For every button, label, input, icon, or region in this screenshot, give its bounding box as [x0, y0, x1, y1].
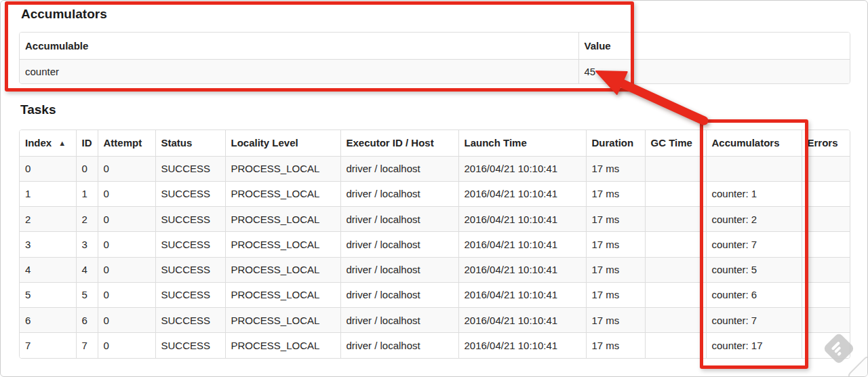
table-cell: [645, 181, 706, 206]
table-cell: 4: [76, 257, 98, 282]
table-cell: counter: 7: [706, 232, 802, 257]
column-header-label: Launch Time: [465, 137, 527, 148]
tasks-table-container: Index▲IDAttemptStatusLocality LevelExecu…: [19, 130, 850, 359]
column-header-status[interactable]: Status: [155, 130, 225, 156]
column-header-label: Accumulators: [712, 137, 780, 148]
table-cell: 0: [98, 282, 155, 307]
table-cell: 17 ms: [586, 308, 645, 333]
column-header-label: Index: [25, 137, 52, 148]
tasks-section-heading: Tasks: [20, 102, 56, 117]
tasks-header-row: Index▲IDAttemptStatusLocality LevelExecu…: [20, 130, 850, 156]
table-cell: PROCESS_LOCAL: [225, 207, 340, 232]
column-header-gc-time[interactable]: GC Time: [645, 130, 706, 156]
table-cell: 7: [20, 333, 76, 358]
table-cell: [802, 156, 850, 181]
table-cell: counter: [20, 59, 578, 83]
table-cell: 2016/04/21 10:10:41: [458, 308, 586, 333]
column-header-value[interactable]: Value: [578, 33, 850, 59]
column-header-label: Duration: [592, 137, 634, 148]
table-cell: driver / localhost: [340, 232, 458, 257]
column-header-label: Executor ID / Host: [347, 137, 434, 148]
table-cell: PROCESS_LOCAL: [225, 232, 340, 257]
table-cell: [802, 181, 850, 206]
column-header-launch-time[interactable]: Launch Time: [458, 130, 586, 156]
table-cell: 0: [98, 333, 155, 358]
column-header-label: Locality Level: [231, 137, 298, 148]
table-cell: 2: [76, 207, 98, 232]
table-cell: driver / localhost: [340, 181, 458, 206]
table-cell: 2016/04/21 10:10:41: [458, 156, 586, 181]
table-cell: 0: [98, 207, 155, 232]
table-cell: counter: 5: [706, 257, 802, 282]
table-cell: [802, 308, 850, 333]
column-header-label: Errors: [808, 137, 838, 148]
table-row: 330SUCCESSPROCESS_LOCALdriver / localhos…: [20, 232, 850, 257]
table-cell: [802, 257, 850, 282]
column-header-accumulable[interactable]: Accumulable: [20, 33, 578, 59]
table-cell: counter: 2: [706, 207, 802, 232]
table-cell: counter: 6: [706, 282, 802, 307]
table-cell: 0: [98, 232, 155, 257]
column-header-label: Status: [161, 137, 193, 148]
table-row: 550SUCCESSPROCESS_LOCALdriver / localhos…: [20, 282, 850, 307]
table-cell: 2016/04/21 10:10:41: [458, 232, 586, 257]
table-cell: 2016/04/21 10:10:41: [458, 257, 586, 282]
column-header-executor-id-host[interactable]: Executor ID / Host: [340, 130, 458, 156]
column-header-label: Attempt: [104, 137, 142, 148]
browser-viewport: Accumulators AccumulableValue counter45 …: [0, 0, 868, 377]
accumulable-table-container: AccumulableValue counter45: [19, 32, 850, 84]
table-row: 000SUCCESSPROCESS_LOCALdriver / localhos…: [20, 156, 850, 181]
column-header-errors[interactable]: Errors: [802, 130, 850, 156]
table-cell: SUCCESS: [155, 232, 225, 257]
column-header-label: Value: [585, 40, 611, 52]
table-cell: driver / localhost: [340, 282, 458, 307]
table-cell: 17 ms: [586, 181, 645, 206]
table-cell: counter: 17: [706, 333, 802, 358]
table-cell: 2016/04/21 10:10:41: [458, 282, 586, 307]
table-cell: [802, 232, 850, 257]
table-cell: 4: [20, 257, 76, 282]
table-cell: SUCCESS: [155, 156, 225, 181]
accumulable-header-row: AccumulableValue: [20, 33, 850, 59]
accumulable-table: AccumulableValue counter45: [20, 33, 850, 83]
table-cell: PROCESS_LOCAL: [225, 308, 340, 333]
table-cell: [645, 207, 706, 232]
table-cell: PROCESS_LOCAL: [225, 333, 340, 358]
column-header-label: GC Time: [651, 137, 692, 148]
table-cell: PROCESS_LOCAL: [225, 181, 340, 206]
table-cell: [645, 156, 706, 181]
table-row: 220SUCCESSPROCESS_LOCALdriver / localhos…: [20, 207, 850, 232]
column-header-locality-level[interactable]: Locality Level: [225, 130, 340, 156]
table-cell: [645, 232, 706, 257]
table-cell: driver / localhost: [340, 156, 458, 181]
table-cell: 5: [20, 282, 76, 307]
table-cell: 17 ms: [586, 282, 645, 307]
column-header-attempt[interactable]: Attempt: [98, 130, 155, 156]
table-cell: 0: [98, 257, 155, 282]
table-cell: 17 ms: [586, 232, 645, 257]
table-cell: 17 ms: [586, 257, 645, 282]
table-cell: PROCESS_LOCAL: [225, 156, 340, 181]
column-header-duration[interactable]: Duration: [586, 130, 645, 156]
table-cell: 2016/04/21 10:10:41: [458, 181, 586, 206]
column-header-accumulators[interactable]: Accumulators: [706, 130, 802, 156]
table-cell: SUCCESS: [155, 181, 225, 206]
table-cell: SUCCESS: [155, 207, 225, 232]
column-header-label: ID: [82, 137, 92, 148]
table-cell: PROCESS_LOCAL: [225, 257, 340, 282]
table-cell: 6: [20, 308, 76, 333]
table-cell: driver / localhost: [340, 257, 458, 282]
column-header-id[interactable]: ID: [76, 130, 98, 156]
table-cell: 0: [98, 181, 155, 206]
sort-ascending-icon: ▲: [58, 139, 66, 147]
table-cell: driver / localhost: [340, 207, 458, 232]
table-row: 110SUCCESSPROCESS_LOCALdriver / localhos…: [20, 181, 850, 206]
table-cell: 0: [76, 156, 98, 181]
table-cell: 1: [20, 181, 76, 206]
table-cell: [706, 156, 802, 181]
table-cell: PROCESS_LOCAL: [225, 282, 340, 307]
tasks-table: Index▲IDAttemptStatusLocality LevelExecu…: [20, 130, 850, 358]
table-cell: 0: [20, 156, 76, 181]
table-cell: driver / localhost: [340, 308, 458, 333]
column-header-index[interactable]: Index▲: [20, 130, 76, 156]
